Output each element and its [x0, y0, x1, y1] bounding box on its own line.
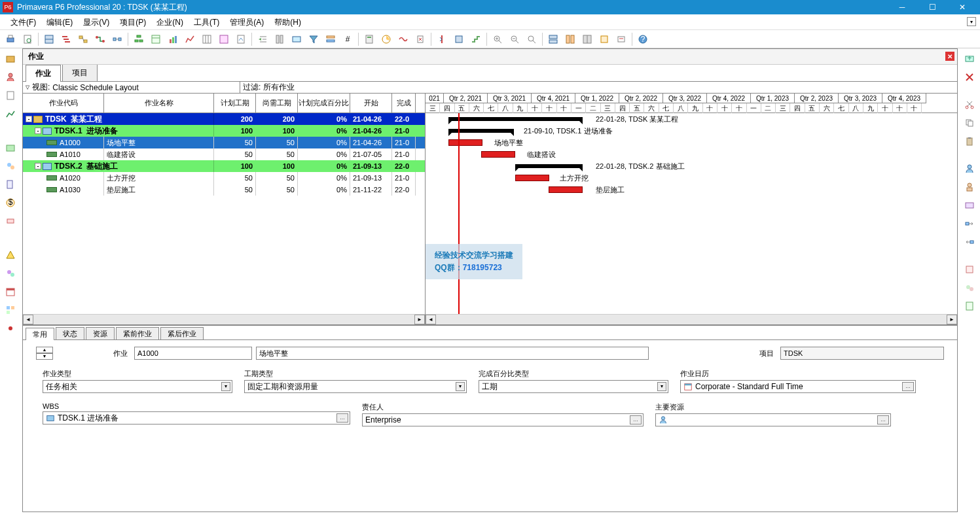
- report-icon[interactable]: [233, 31, 249, 47]
- gantt-scroll-left-icon[interactable]: ◄: [426, 315, 436, 324]
- spreadsheet-icon[interactable]: [199, 31, 215, 47]
- pane-detail-icon[interactable]: [579, 31, 595, 47]
- level-icon[interactable]: [395, 31, 411, 47]
- legend-icon[interactable]: [613, 31, 629, 47]
- menu-view[interactable]: 显示(V): [78, 14, 115, 30]
- help-icon[interactable]: ?: [635, 31, 651, 47]
- tab-activity[interactable]: 作业: [26, 65, 61, 82]
- collapse-icon[interactable]: -: [35, 163, 41, 169]
- paste-icon[interactable]: [962, 133, 977, 149]
- resource2-icon[interactable]: [962, 161, 977, 177]
- grid-row[interactable]: A1020土方开挖50500%21-09-1321-0: [23, 172, 425, 184]
- gantt-timescale[interactable]: 021Qtr 2, 2021Qtr 3, 2021Qtr 4, 2021Qtr …: [426, 94, 957, 113]
- steps-icon[interactable]: [468, 31, 484, 47]
- activities-icon[interactable]: [148, 31, 164, 47]
- grid-row[interactable]: -TDSK.1 进场准备1001000%21-04-2621-0: [23, 125, 425, 137]
- print-preview-icon[interactable]: [20, 31, 35, 47]
- close-button[interactable]: ✕: [947, 0, 977, 14]
- view-dropdown-icon[interactable]: ▽: [26, 84, 29, 90]
- grid-row[interactable]: A1010临建搭设50500%21-07-0521-0: [23, 148, 425, 160]
- thresholds-rail-icon[interactable]: [3, 213, 18, 229]
- grid-row[interactable]: A1000场地平整50500%21-04-2621-0: [23, 137, 425, 148]
- cut-icon[interactable]: [962, 97, 977, 113]
- detail-tab-common[interactable]: 常用: [26, 328, 54, 340]
- maximize-button[interactable]: ☐: [917, 0, 947, 14]
- copy-icon[interactable]: [962, 115, 977, 131]
- profile-icon[interactable]: [182, 31, 198, 47]
- pct-type-select[interactable]: 工期▾: [479, 380, 668, 393]
- col-schedule-pct[interactable]: 计划完成百分比: [298, 94, 350, 113]
- gantt-activity-bar[interactable]: [549, 186, 583, 193]
- schedule-calc-icon[interactable]: [361, 31, 377, 47]
- number-icon[interactable]: #: [340, 31, 355, 47]
- prev-next-stepper[interactable]: ▲▼: [36, 347, 53, 360]
- grid-hscroll[interactable]: ◄ ►: [23, 314, 425, 324]
- zoom-out-icon[interactable]: [507, 31, 522, 47]
- add-icon[interactable]: +: [962, 51, 977, 67]
- pred-icon[interactable]: [962, 216, 977, 232]
- activity-name-input[interactable]: [256, 347, 649, 360]
- reports-rail-icon[interactable]: [3, 88, 18, 103]
- succ-icon[interactable]: [962, 234, 977, 250]
- detail-tab-pred[interactable]: 紧前作业: [116, 327, 159, 339]
- issues-rail-icon[interactable]: [3, 247, 18, 263]
- claim-icon[interactable]: [412, 31, 428, 47]
- menu-admin[interactable]: 管理员(A): [225, 14, 269, 30]
- gantt-summary-bar[interactable]: [448, 117, 583, 121]
- resources-rail-icon[interactable]: [3, 69, 18, 85]
- pane-split-h-icon[interactable]: [545, 31, 561, 47]
- col-planned-duration[interactable]: 计划工期: [214, 94, 256, 113]
- usage-icon[interactable]: [216, 31, 232, 47]
- zoom-in-icon[interactable]: [490, 31, 505, 47]
- gantt-hscroll[interactable]: ◄ ►: [426, 314, 957, 324]
- risks-rail-icon[interactable]: [3, 266, 18, 281]
- col-code[interactable]: 作业代码: [23, 94, 104, 113]
- delete-icon[interactable]: [962, 69, 977, 85]
- menubar-overflow-button[interactable]: ▾: [967, 17, 976, 26]
- menu-help[interactable]: 帮助(H): [269, 14, 306, 30]
- col-name[interactable]: 作业名称: [104, 94, 214, 113]
- grid-body[interactable]: -TDSK 某某工程2002000%21-04-2622-0-TDSK.1 进场…: [23, 113, 425, 314]
- projects-rail-icon[interactable]: [3, 51, 18, 67]
- activity-id-input[interactable]: [134, 347, 252, 360]
- collapse-icon[interactable]: -: [35, 128, 41, 134]
- resource-chart-icon[interactable]: [165, 31, 181, 47]
- timescale-icon[interactable]: [289, 31, 304, 47]
- layout-gantt-icon[interactable]: [58, 31, 74, 47]
- print-icon[interactable]: [3, 31, 18, 47]
- gantt-summary-bar[interactable]: [515, 164, 583, 168]
- grid-row[interactable]: -TDSK 某某工程2002000%21-04-2622-0: [23, 113, 425, 125]
- gantt-activity-bar[interactable]: [515, 175, 549, 181]
- calendar-rail-icon[interactable]: [3, 284, 18, 300]
- gantt-activity-bar[interactable]: [481, 151, 515, 158]
- layout-table-icon[interactable]: [41, 31, 57, 47]
- zoom-fit-icon[interactable]: [524, 31, 539, 47]
- grid-row[interactable]: -TDSK.2 基础施工1001000%21-09-1322-0: [23, 160, 425, 172]
- menu-project[interactable]: 项目(P): [115, 14, 151, 30]
- gantt-activity-bar[interactable]: [448, 139, 482, 146]
- columns-icon[interactable]: [272, 31, 287, 47]
- col-remaining-duration[interactable]: 尚需工期: [256, 94, 298, 113]
- resp-field[interactable]: Enterprise…: [362, 413, 644, 426]
- col-finish[interactable]: 完成: [392, 94, 416, 113]
- progress-icon[interactable]: [378, 31, 394, 47]
- panel-close-icon[interactable]: ✕: [945, 52, 954, 61]
- progress-line-icon[interactable]: [434, 31, 450, 47]
- detail-tab-resource[interactable]: 资源: [86, 327, 115, 339]
- relationships-icon[interactable]: [92, 31, 108, 47]
- dashboard-rail-icon[interactable]: [3, 302, 18, 318]
- trace-logic-icon[interactable]: [109, 31, 125, 47]
- expenses-rail-icon[interactable]: $: [3, 195, 18, 211]
- minimize-button[interactable]: ─: [887, 0, 917, 14]
- expenses2-icon[interactable]: [962, 280, 977, 296]
- detail-tab-status[interactable]: 状态: [56, 327, 84, 339]
- attachments-icon[interactable]: [451, 31, 467, 47]
- group-icon[interactable]: [323, 31, 338, 47]
- gantt-scroll-right-icon[interactable]: ►: [947, 315, 957, 324]
- tab-project[interactable]: 项目: [62, 64, 98, 81]
- wbs-rail-icon[interactable]: [3, 140, 18, 156]
- act-type-select[interactable]: 任务相关▾: [43, 380, 232, 393]
- pane-split-v-icon[interactable]: [562, 31, 578, 47]
- gantt-body[interactable]: 经验技术交流学习搭建 QQ群：718195723 22-01-28, TDSK …: [426, 113, 957, 314]
- wbs-icon[interactable]: [131, 31, 147, 47]
